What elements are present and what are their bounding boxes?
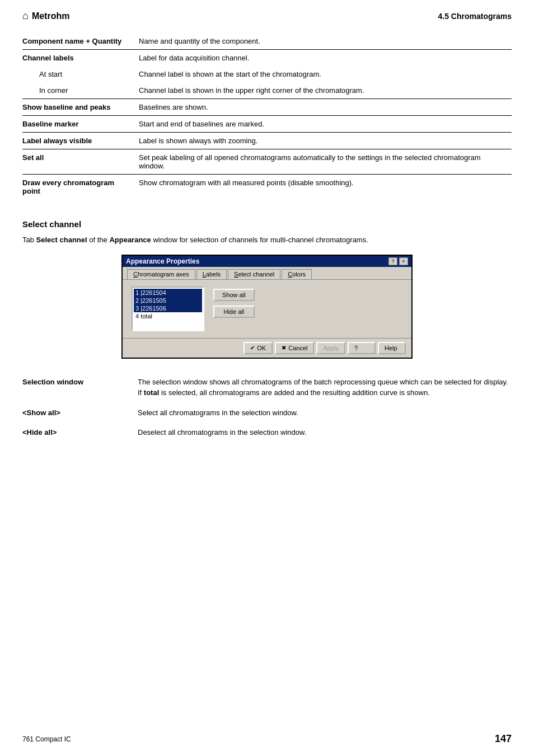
tab-colors[interactable]: Colors	[282, 269, 312, 279]
chapter-title: 4.5 Chromatograms	[438, 12, 512, 21]
help-title-button[interactable]: ?	[388, 257, 397, 265]
row-label: Show baseline and peaks	[22, 99, 134, 116]
tab-labels-label: Labels	[203, 271, 221, 278]
table-row: Label always visible Label is shown alwa…	[22, 133, 512, 149]
main-content: Component name + Quantity Name and quant…	[0, 27, 534, 465]
row-desc: Start and end of baselines are marked.	[134, 116, 512, 133]
hide-all-button[interactable]: Hide all	[213, 306, 255, 318]
desc-table: Selection window The selection window sh…	[22, 372, 512, 443]
logo-area: ⌂ Metrohm	[22, 10, 69, 22]
help-button[interactable]: Help	[378, 342, 406, 354]
ok-icon: ✔	[250, 345, 255, 351]
row-label: Channel labels	[22, 50, 134, 67]
appearance-properties-dialog: Appearance Properties ? × Chromatogram a…	[121, 255, 413, 359]
help-label: Help	[385, 345, 397, 351]
channel-list[interactable]: 1 |2261504 2 |2261505 3 |2261506 4 total	[132, 287, 204, 331]
table-row: Baseline marker Start and end of baselin…	[22, 116, 512, 133]
doc-table: Component name + Quantity Name and quant…	[22, 33, 512, 199]
row-label: <Show all>	[22, 403, 134, 423]
logo-text: Metrohm	[32, 11, 70, 21]
row-desc: Show chromatogram with all measured poin…	[134, 175, 512, 200]
row-desc: Label is shown always with zooming.	[134, 133, 512, 149]
row-desc: Set peak labeling of all opened chromato…	[134, 149, 512, 175]
table-row: <Hide all> Deselect all chromatograms in…	[22, 422, 512, 443]
tab-chromatogram-axes[interactable]: Chromatogram axes	[127, 269, 195, 279]
cancel-label: Cancel	[288, 345, 307, 351]
table-row: Channel labels Label for data acquisitio…	[22, 50, 512, 67]
channel-item-4[interactable]: 4 total	[134, 312, 202, 320]
channel-item-1[interactable]: 1 |2261504	[134, 289, 202, 297]
channel-item-2[interactable]: 2 |2261505	[134, 297, 202, 304]
dialog-content: 1 |2261504 2 |2261505 3 |2261506 4 total…	[123, 279, 411, 338]
table-row: Show baseline and peaks Baselines are sh…	[22, 99, 512, 116]
table-row: Set all Set peak labeling of all opened …	[22, 149, 512, 175]
row-label: Selection window	[22, 372, 134, 403]
dialog-tabs: Chromatogram axes Labels Select channel …	[123, 267, 411, 279]
ok-label: OK	[257, 345, 266, 351]
section-intro: Tab Select channel of the Appearance win…	[22, 234, 512, 246]
show-all-button[interactable]: Show all	[213, 289, 255, 301]
table-row: Selection window The selection window sh…	[22, 372, 512, 403]
row-desc: The selection window shows all chromatog…	[134, 372, 512, 403]
channel-item-3[interactable]: 3 |2261506	[134, 304, 202, 312]
table-row: Component name + Quantity Name and quant…	[22, 33, 512, 50]
ok-button[interactable]: ✔ OK	[243, 342, 273, 354]
dialog-title: Appearance Properties	[126, 257, 199, 265]
row-desc: Channel label is shown in the upper righ…	[134, 82, 512, 99]
row-desc: Channel label is shown at the start of t…	[134, 66, 512, 82]
row-desc: Label for data acquisition channel.	[134, 50, 512, 67]
logo-icon: ⌂	[22, 10, 29, 22]
product-name: 761 Compact IC	[22, 735, 71, 743]
table-row: <Show all> Select all chromatograms in t…	[22, 403, 512, 423]
apply-button[interactable]: Apply	[316, 342, 345, 354]
cancel-button[interactable]: ✖ Cancel	[275, 342, 314, 354]
table-row: In corner Channel label is shown in the …	[22, 82, 512, 99]
titlebar-buttons: ? ×	[388, 257, 408, 265]
row-label: <Hide all>	[22, 422, 134, 443]
row-desc: Select all chromatograms in the selectio…	[134, 403, 512, 423]
page-number: 147	[495, 733, 512, 745]
cancel-icon: ✖	[282, 345, 286, 351]
row-desc: Baselines are shown.	[134, 99, 512, 116]
row-label: At start	[22, 66, 134, 82]
table-row: Draw every chromatogram point Show chrom…	[22, 175, 512, 200]
tab-select-channel[interactable]: Select channel	[228, 269, 280, 279]
dialog-footer: ✔ OK ✖ Cancel Apply ? Help	[123, 338, 411, 358]
row-desc: Deselect all chromatograms in the select…	[134, 422, 512, 443]
page-header: ⌂ Metrohm 4.5 Chromatograms	[0, 0, 534, 27]
section-heading: Select channel	[22, 219, 512, 229]
page-footer: 761 Compact IC 147	[22, 733, 512, 745]
question-button[interactable]: ?	[348, 342, 376, 354]
tab-labels[interactable]: Labels	[196, 269, 227, 279]
row-desc: Name and quantity of the component.	[134, 33, 512, 50]
row-label: Baseline marker	[22, 116, 134, 133]
tab-colors-label: Colors	[288, 271, 306, 278]
tab-chromatogram-axes-label: Chromatogram axes	[133, 271, 189, 278]
row-label: Draw every chromatogram point	[22, 175, 134, 200]
apply-label: Apply	[323, 345, 339, 351]
question-label: ?	[354, 345, 358, 351]
tab-select-channel-label: Select channel	[234, 271, 274, 278]
side-buttons: Show all Hide all	[213, 287, 255, 331]
close-title-button[interactable]: ×	[399, 257, 408, 265]
row-label: Label always visible	[22, 133, 134, 149]
row-label: In corner	[22, 82, 134, 99]
row-label: Component name + Quantity	[22, 33, 134, 50]
dialog-titlebar: Appearance Properties ? ×	[123, 256, 411, 267]
table-row: At start Channel label is shown at the s…	[22, 66, 512, 82]
row-label: Set all	[22, 149, 134, 175]
